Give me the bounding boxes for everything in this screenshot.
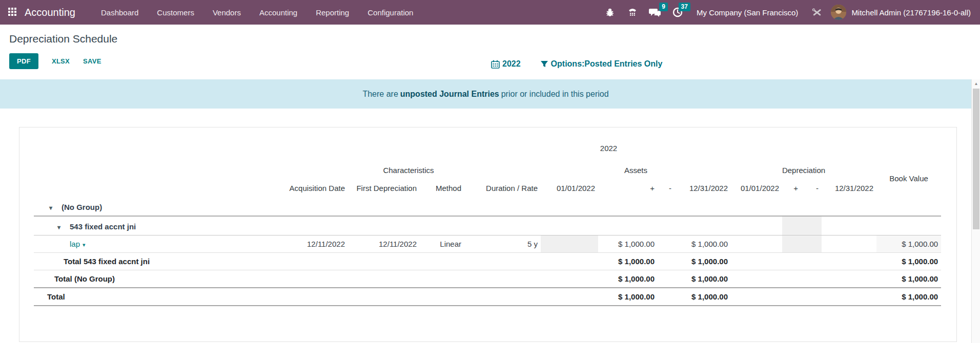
value-cell (658, 235, 675, 253)
value-cell (420, 270, 464, 288)
value-cell: $ 1,000.00 (598, 288, 658, 306)
value-cell (801, 270, 822, 288)
table-row: Total 543 fixed accnt jni$ 1,000.00$ 1,0… (34, 253, 941, 270)
value-cell (822, 288, 876, 306)
banner-text: There areunposted Journal Entriesprior o… (362, 90, 608, 99)
menu-item-reporting[interactable]: Reporting (309, 4, 356, 21)
avatar[interactable] (831, 5, 846, 20)
value-cell (464, 253, 541, 270)
value-cell (348, 288, 420, 306)
table-row: Total (No Group)$ 1,000.00$ 1,000.00$ 1,… (34, 270, 941, 288)
xlsx-button[interactable]: XLSX (52, 57, 70, 65)
column-header: 01/01/2022 (731, 180, 782, 197)
navbar-systray: 9 37 My Company (San Francisco) (601, 4, 972, 21)
filter-funnel-icon (540, 60, 548, 68)
menu-item-vendors[interactable]: Vendors (206, 4, 248, 21)
row-label-cell: Total 543 fixed accnt jni (34, 253, 276, 270)
tools-icon[interactable] (808, 4, 826, 21)
value-cell (464, 288, 541, 306)
column-header: 12/31/2022 (822, 180, 876, 197)
scrollbar-thumb[interactable] (973, 89, 979, 229)
row-label-cell[interactable]: ▾(No Group) (34, 197, 276, 216)
value-cell: $ 1,000.00 (675, 235, 731, 253)
table-row: lap▾12/11/202212/11/2022Linear5 y$ 1,000… (34, 235, 941, 253)
value-cell (782, 288, 801, 306)
row-label-cell[interactable]: ▾543 fixed accnt jni (34, 216, 276, 235)
value-cell (822, 253, 876, 270)
value-cell (541, 197, 598, 216)
value-cell (276, 270, 348, 288)
value-cell (276, 197, 348, 216)
column-header: - (658, 180, 675, 197)
scrollbar-up-arrow[interactable]: ▲ (972, 79, 980, 88)
value-cell: $ 1,000.00 (876, 253, 941, 270)
dropdown-caret-icon[interactable]: ▾ (83, 242, 86, 248)
value-cell (541, 288, 598, 306)
value-cell (598, 216, 658, 235)
value-cell (822, 216, 876, 235)
pdf-button[interactable]: PDF (9, 53, 38, 69)
value-cell (731, 270, 782, 288)
value-cell (464, 270, 541, 288)
column-header: Acquisition Date (276, 180, 348, 197)
activities-clock-icon[interactable]: 37 (669, 4, 686, 21)
row-label-cell: Total (No Group) (34, 270, 276, 288)
value-cell (675, 216, 731, 235)
options-filter-label: Options:Posted Entries Only (551, 59, 663, 69)
value-cell: $ 1,000.00 (876, 288, 941, 306)
value-cell (801, 197, 822, 216)
row-label: 543 fixed accnt jni (70, 222, 136, 231)
asset-link[interactable]: lap (70, 240, 80, 248)
menu-item-customers[interactable]: Customers (150, 4, 201, 21)
value-cell (658, 197, 675, 216)
value-cell (782, 216, 801, 235)
main-menu: DashboardCustomersVendorsAccountingRepor… (94, 4, 420, 21)
value-cell (876, 216, 941, 235)
value-cell (276, 216, 348, 235)
year-header: 2022 (276, 140, 941, 161)
value-cell (675, 197, 731, 216)
value-cell: $ 1,000.00 (598, 235, 658, 253)
value-cell: 5 y (464, 235, 541, 253)
messages-icon[interactable]: 9 (646, 4, 664, 21)
menu-item-dashboard[interactable]: Dashboard (94, 4, 146, 21)
fold-caret-icon[interactable]: ▾ (57, 224, 70, 231)
app-name[interactable]: Accounting (25, 7, 75, 18)
menu-item-configuration[interactable]: Configuration (360, 4, 420, 21)
value-cell (731, 253, 782, 270)
menu-item-accounting[interactable]: Accounting (252, 4, 304, 21)
calendar-icon (491, 60, 500, 69)
period-filter[interactable]: 2022 (491, 59, 521, 69)
value-cell (658, 253, 675, 270)
value-cell (348, 216, 420, 235)
value-cell (801, 235, 822, 253)
column-header: + (782, 180, 801, 197)
vertical-scrollbar[interactable]: ▲ (971, 79, 980, 343)
value-cell (731, 216, 782, 235)
value-cell (822, 235, 876, 253)
fold-caret-icon[interactable]: ▾ (49, 204, 62, 211)
report-card: 2022 Characteristics Assets Depreciation… (19, 127, 957, 342)
value-cell (876, 197, 941, 216)
depreciation-table: 2022 Characteristics Assets Depreciation… (34, 140, 941, 306)
row-label-cell[interactable]: lap▾ (34, 235, 276, 253)
company-switcher[interactable]: My Company (San Francisco) (691, 8, 803, 17)
bug-icon[interactable] (601, 4, 619, 21)
assets-header: Assets (541, 161, 731, 180)
apps-grid-icon[interactable] (8, 8, 17, 17)
voip-phone-icon[interactable] (624, 4, 641, 21)
value-cell: $ 1,000.00 (876, 270, 941, 288)
value-cell (658, 216, 675, 235)
value-cell (801, 253, 822, 270)
value-cell (464, 197, 541, 216)
options-filter[interactable]: Options:Posted Entries Only (540, 59, 663, 69)
user-menu[interactable]: Mitchell Admin (21767196-16-0-all) (851, 8, 972, 17)
value-cell: $ 1,000.00 (598, 253, 658, 270)
value-cell (731, 235, 782, 253)
value-cell (782, 253, 801, 270)
value-cell (801, 216, 822, 235)
save-button[interactable]: SAVE (83, 57, 101, 65)
value-cell (348, 197, 420, 216)
value-cell: $ 1,000.00 (675, 288, 731, 306)
banner-bold-text: unposted Journal Entries (398, 90, 501, 98)
